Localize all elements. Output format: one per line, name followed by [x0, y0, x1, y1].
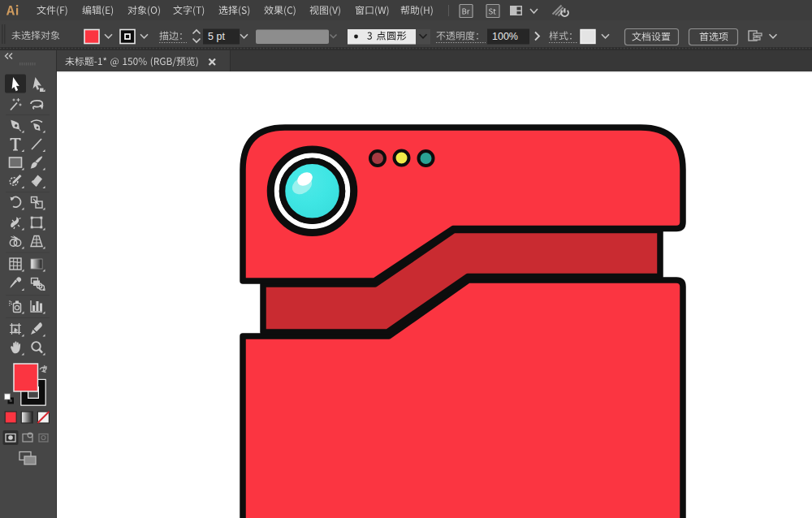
- svg-text:5 pt: 5 pt: [208, 31, 225, 42]
- svg-text:100%: 100%: [492, 31, 518, 42]
